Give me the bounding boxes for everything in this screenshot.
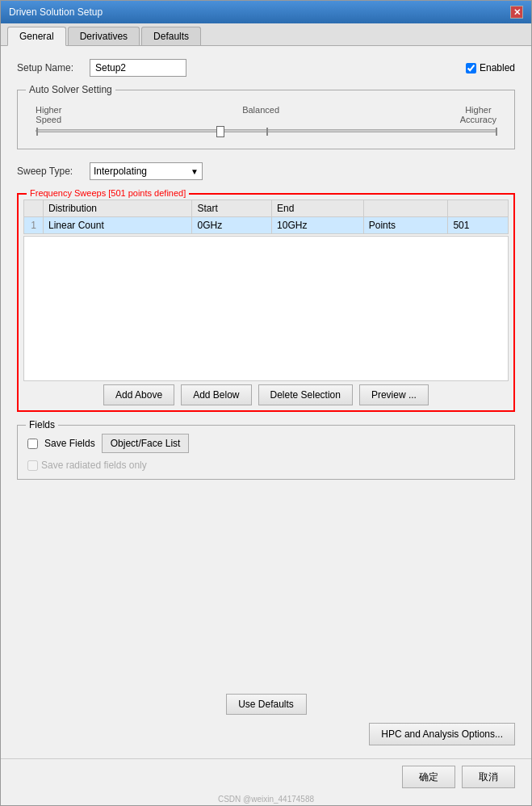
add-below-button[interactable]: Add Below bbox=[181, 384, 251, 405]
tab-derivatives[interactable]: Derivatives bbox=[68, 27, 140, 45]
save-fields-label: Save Fields bbox=[44, 438, 95, 449]
table-row[interactable]: 1 Linear Count 0GHz 10GHz Points 501 bbox=[24, 217, 509, 234]
freq-table-empty-area bbox=[23, 236, 509, 381]
preview-button[interactable]: Preview ... bbox=[359, 384, 429, 405]
main-content: Setup Name: Enabled Auto Solver Setting … bbox=[1, 46, 531, 694]
freq-sweeps-table: Distribution Start End 1 Linear Count 0G… bbox=[23, 199, 509, 234]
ok-button[interactable]: 确定 bbox=[402, 766, 455, 788]
row-col4: Points bbox=[363, 217, 448, 234]
tab-defaults[interactable]: Defaults bbox=[141, 27, 201, 45]
col-num-header bbox=[24, 200, 44, 217]
setup-name-label: Setup Name: bbox=[17, 62, 82, 73]
watermark: CSDN @weixin_44174588 bbox=[1, 795, 531, 805]
row-distribution: Linear Count bbox=[44, 217, 192, 234]
col-col5-header bbox=[448, 200, 509, 217]
sweep-type-dropdown[interactable]: Interpolating ▼ bbox=[90, 162, 203, 180]
higher-speed-label: HigherSpeed bbox=[36, 105, 61, 124]
slider-thumb[interactable] bbox=[216, 126, 224, 137]
slider-labels: HigherSpeed Balanced HigherAccuracy bbox=[36, 105, 496, 124]
tab-general[interactable]: General bbox=[7, 27, 66, 46]
title-bar: Driven Solution Setup ✕ bbox=[1, 1, 531, 23]
col-end-header: End bbox=[272, 200, 364, 217]
row-start: 0GHz bbox=[192, 217, 272, 234]
window-title: Driven Solution Setup bbox=[9, 6, 103, 18]
enabled-label: Enabled bbox=[480, 62, 515, 73]
save-radiated-label: Save radiated fields only bbox=[41, 460, 147, 471]
sweep-type-row: Sweep Type: Interpolating ▼ bbox=[17, 162, 515, 180]
fields-group-label: Fields bbox=[26, 419, 58, 430]
row-end: 10GHz bbox=[272, 217, 364, 234]
slider-track[interactable] bbox=[36, 129, 496, 132]
add-above-button[interactable]: Add Above bbox=[103, 384, 174, 405]
save-fields-row: Save Fields Object/Face List bbox=[27, 434, 505, 453]
auto-solver-group: Auto Solver Setting HigherSpeed Balanced… bbox=[17, 90, 515, 149]
setup-name-input[interactable] bbox=[90, 59, 186, 77]
save-fields-checkbox[interactable] bbox=[27, 439, 38, 449]
balanced-label: Balanced bbox=[242, 105, 279, 124]
hpc-button[interactable]: HPC and Analysis Options... bbox=[369, 723, 515, 745]
use-defaults-row: Use Defaults bbox=[17, 694, 515, 715]
obj-face-list-button[interactable]: Object/Face List bbox=[102, 434, 190, 453]
setup-name-row: Setup Name: Enabled bbox=[17, 59, 515, 77]
col-distribution-header: Distribution bbox=[44, 200, 192, 217]
col-start-header: Start bbox=[192, 200, 272, 217]
tab-bar: General Derivatives Defaults bbox=[1, 23, 531, 46]
freq-button-row: Add Above Add Below Delete Selection Pre… bbox=[23, 384, 509, 405]
sweep-type-label: Sweep Type: bbox=[17, 166, 82, 177]
slider-container: HigherSpeed Balanced HigherAccuracy bbox=[27, 99, 505, 139]
hpc-row: HPC and Analysis Options... bbox=[17, 723, 515, 745]
enabled-row: Enabled bbox=[466, 62, 515, 73]
enabled-checkbox[interactable] bbox=[466, 63, 476, 73]
higher-accuracy-label: HigherAccuracy bbox=[460, 105, 496, 124]
main-window: Driven Solution Setup ✕ General Derivati… bbox=[0, 0, 532, 806]
use-defaults-button[interactable]: Use Defaults bbox=[226, 694, 307, 715]
col-col4-header bbox=[363, 200, 448, 217]
delete-selection-button[interactable]: Delete Selection bbox=[258, 384, 353, 405]
dropdown-arrow-icon: ▼ bbox=[191, 167, 199, 176]
row-col5: 501 bbox=[448, 217, 509, 234]
row-num: 1 bbox=[24, 217, 44, 234]
cancel-button[interactable]: 取消 bbox=[462, 766, 515, 788]
freq-sweeps-group: Frequency Sweeps [501 points defined] Di… bbox=[17, 193, 515, 412]
bottom-section: Use Defaults HPC and Analysis Options... bbox=[1, 694, 531, 758]
sweep-type-value: Interpolating bbox=[94, 166, 147, 177]
fields-group: Fields Save Fields Object/Face List Save… bbox=[17, 425, 515, 480]
save-radiated-checkbox[interactable] bbox=[27, 460, 38, 471]
save-radiated-row: Save radiated fields only bbox=[27, 460, 505, 471]
freq-sweeps-label: Frequency Sweeps [501 points defined] bbox=[27, 188, 189, 198]
ok-cancel-row: 确定 取消 bbox=[1, 758, 531, 795]
auto-solver-label: Auto Solver Setting bbox=[26, 84, 115, 95]
close-button[interactable]: ✕ bbox=[510, 6, 523, 19]
